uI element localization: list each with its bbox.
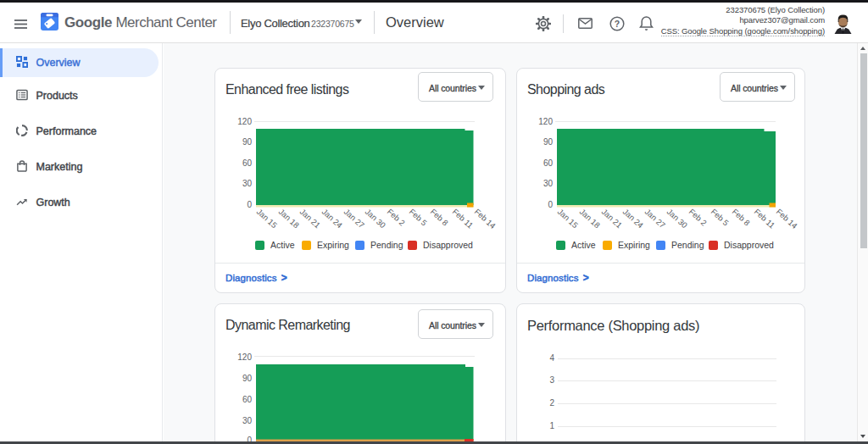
svg-text:?: ? — [615, 19, 620, 29]
